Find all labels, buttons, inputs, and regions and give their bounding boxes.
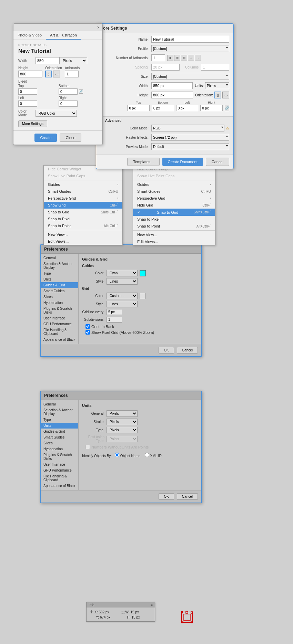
link-icon[interactable]: 🔗 <box>79 89 83 94</box>
create-document-button[interactable]: Create Document <box>162 158 203 166</box>
height-input[interactable] <box>18 71 42 77</box>
prefs-item-file-handling-2[interactable]: File Handling & Clipboard <box>41 473 78 483</box>
menu-item-edit-views-right[interactable]: Edit Views... <box>133 238 215 245</box>
prefs-type-select[interactable]: Pixels <box>107 427 138 433</box>
ms-units-select[interactable]: Pixels <box>205 82 229 89</box>
templates-button[interactable]: Templates... <box>127 158 159 166</box>
prefs-item-slices-2[interactable]: Slices <box>41 440 78 446</box>
artboards-input[interactable] <box>65 71 79 77</box>
prefs-guides-style-select[interactable]: Lines <box>107 278 138 285</box>
ms-spacing-input[interactable] <box>151 64 180 71</box>
prefs-numbers-checkbox[interactable] <box>85 445 90 449</box>
advanced-toggle[interactable]: ▼ Advanced <box>100 119 229 123</box>
menu-item-edit-views-left[interactable]: Edit Views... <box>44 238 122 245</box>
ms-color-mode-select[interactable]: RGB <box>151 125 224 131</box>
prefs-item-guides-1[interactable]: Guides & Grid <box>41 282 78 288</box>
ms-artboards-input[interactable] <box>151 54 165 61</box>
prefs-item-units-2[interactable]: Units <box>41 423 78 429</box>
menu-item-guides-left[interactable]: Guides › <box>44 181 122 188</box>
width-input[interactable] <box>36 57 60 64</box>
prefs-item-hyphenation-1[interactable]: Hyphenation <box>41 300 78 306</box>
prefs-cancel-button-1[interactable]: Cancel <box>177 347 198 353</box>
grid-layout-icon[interactable]: ⊞ <box>167 55 173 61</box>
prefs-item-smart-guides-2[interactable]: Smart Guides <box>41 434 78 440</box>
col-layout-icon[interactable]: ☷ <box>181 55 187 61</box>
ms-cancel-button[interactable]: Cancel <box>206 158 229 166</box>
prefs-grid-style-select[interactable]: Lines <box>107 301 138 307</box>
ms-bleed-bottom-input[interactable] <box>152 105 174 111</box>
prefs-item-selection-1[interactable]: Selection & Anchor Display <box>41 261 78 271</box>
prefs-item-user-interface-2[interactable]: User Interface <box>41 462 78 467</box>
menu-item-perspective-grid-left[interactable]: Perspective Grid › <box>44 195 122 202</box>
prefs-item-appearance-1[interactable]: Appearance of Black <box>41 337 78 342</box>
menu-item-smart-guides-right[interactable]: Smart Guides Ctrl+U <box>133 188 215 195</box>
prefs-general-select[interactable]: Pixels <box>107 410 138 417</box>
create-button[interactable]: Create <box>34 134 57 142</box>
bleed-left-input[interactable] <box>18 101 37 107</box>
prefs-item-gpu-2[interactable]: GPU Performance <box>41 467 78 473</box>
prefs-item-hyphenation-2[interactable]: Hyphenation <box>41 446 78 452</box>
prefs-item-guides-2[interactable]: Guides & Grid <box>41 429 78 434</box>
menu-item-new-view-right[interactable]: New View... <box>133 231 215 238</box>
guides-color-swatch[interactable] <box>140 270 146 276</box>
menu-item-guides-right[interactable]: Guides › <box>133 181 215 188</box>
tab-photo-video[interactable]: Photo & Video <box>13 31 46 40</box>
ms-columns-input[interactable] <box>201 64 229 71</box>
prefs-item-gpu-1[interactable]: GPU Performance <box>41 321 78 327</box>
tab-art-illustration[interactable]: Art & Illustration <box>46 31 81 40</box>
single-icon[interactable]: → <box>195 55 201 61</box>
menu-item-snap-to-pixel-right[interactable]: Snap to Pixel <box>133 216 215 223</box>
prefs-grid-color-select[interactable]: Custom... <box>107 293 138 299</box>
menu-item-snap-to-pixel-left[interactable]: Snap to Pixel <box>44 215 122 222</box>
prefs-radio-xml-id[interactable] <box>145 453 149 457</box>
ms-preview-select[interactable]: Default <box>151 143 229 150</box>
prefs-cancel-button-2[interactable]: Cancel <box>177 493 198 500</box>
prefs-radio-obj-name[interactable] <box>115 453 119 457</box>
ms-bleed-top-input[interactable] <box>127 105 150 111</box>
menu-item-show-grid-left[interactable]: Show Grid Ctrl+` <box>44 202 122 209</box>
ms-raster-select[interactable]: Screen (72 ppi) <box>151 134 229 141</box>
ms-bleed-right-input[interactable] <box>200 105 223 111</box>
ms-bleed-chain-icon[interactable]: 🔗 <box>225 105 229 111</box>
bleed-bottom-input[interactable] <box>59 88 78 95</box>
menu-item-show-live-paint-right[interactable]: Show Live Paint Gaps <box>133 172 215 179</box>
prefs-item-type-1[interactable]: Type <box>41 271 78 276</box>
ms-height-input[interactable] <box>151 92 193 98</box>
portrait-icon[interactable]: ▯ <box>45 71 52 77</box>
prefs-item-units-1[interactable]: Units <box>41 276 78 282</box>
prefs-item-general-2[interactable]: General <box>41 401 78 407</box>
bleed-right-input[interactable] <box>59 101 78 107</box>
prefs-item-smart-guides-1[interactable]: Smart Guides <box>41 288 78 294</box>
ms-portrait-icon[interactable]: ▯ <box>214 92 221 98</box>
prefs-show-pixel-checkbox[interactable] <box>85 330 90 335</box>
arrange-icon[interactable]: ↔ <box>188 55 194 61</box>
width-unit-select[interactable]: Pixels <box>60 57 87 64</box>
prefs-gridline-input[interactable] <box>107 309 122 315</box>
ms-width-input[interactable] <box>151 82 193 89</box>
close-button[interactable]: Close <box>60 134 81 142</box>
prefs-item-general-1[interactable]: General <box>41 255 78 261</box>
more-settings-button[interactable]: More Settings <box>18 120 47 127</box>
new-doc-close-button[interactable]: × <box>97 25 100 30</box>
prefs-grids-back-checkbox[interactable] <box>85 324 90 329</box>
bleed-top-input[interactable] <box>18 88 37 95</box>
ms-bleed-left-input[interactable] <box>176 105 199 111</box>
prefs-guides-color-select[interactable]: Cyan <box>107 270 138 276</box>
ms-profile-select[interactable]: [Custom] <box>151 45 229 52</box>
prefs-stroke-select[interactable]: Pixels <box>107 419 138 425</box>
prefs-subdivisions-input[interactable] <box>107 317 122 323</box>
row-layout-icon[interactable]: ☰ <box>174 55 180 61</box>
prefs-item-user-interface-1[interactable]: User Interface <box>41 315 78 321</box>
prefs-item-appearance-2[interactable]: Appearance of Black <box>41 483 78 489</box>
menu-item-smart-guides-left[interactable]: Smart Guides Ctrl+U <box>44 188 122 195</box>
menu-item-perspective-grid-right[interactable]: Perspective Grid › <box>133 195 215 202</box>
menu-item-hide-grid-right[interactable]: Hide Grid Ctrl+` <box>133 202 215 209</box>
color-mode-select[interactable]: RGB Color <box>36 110 77 117</box>
menu-item-snap-to-grid-left[interactable]: Snap to Grid Shift+Ctrl+` <box>44 209 122 215</box>
prefs-ok-button-1[interactable]: OK <box>159 347 174 353</box>
menu-item-show-live-paint-left[interactable]: Show Live Paint Gaps <box>44 172 122 179</box>
menu-item-snap-to-point-left[interactable]: Snap to Point Alt+Ctrl+` <box>44 222 122 229</box>
ms-size-select[interactable]: [Custom] <box>151 73 229 80</box>
menu-item-new-view-left[interactable]: New View... <box>44 231 122 238</box>
grid-color-swatch[interactable] <box>140 293 146 299</box>
